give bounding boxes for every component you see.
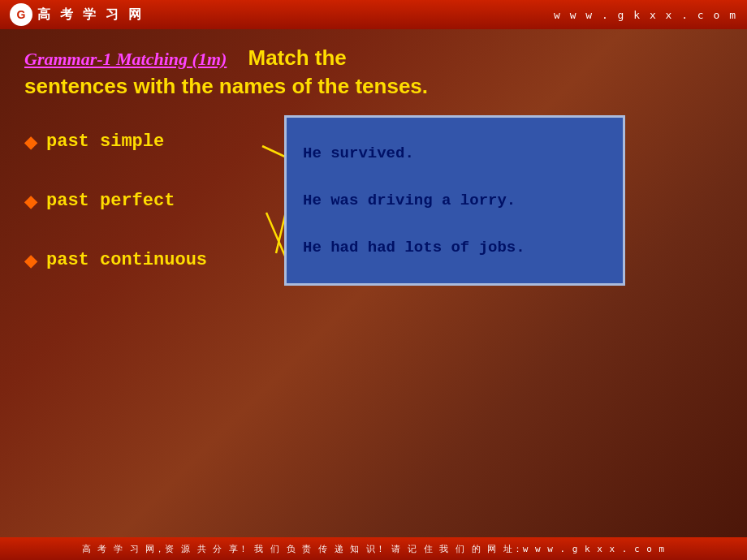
tense-item-2: ◆ past perfect [24, 191, 207, 211]
header-bar: G 高 考 学 习 网 w w w . g k x x . c o m [0, 0, 747, 29]
sentence-2: He was driving a lorry. [303, 190, 607, 212]
logo-area: G 高 考 学 习 网 [10, 3, 145, 26]
svg-line-0 [262, 146, 287, 157]
tense-item-1: ◆ past simple [24, 131, 207, 152]
bullet-1: ◆ [24, 132, 37, 152]
footer-bar: 高 考 学 习 网，资 源 共 分 享！ 我 们 负 责 传 递 知 识！ 请 … [0, 537, 747, 560]
bullet-3: ◆ [24, 251, 37, 270]
title-section: Grammar-1 Matching (1m) Match the senten… [24, 45, 723, 99]
footer-text: 高 考 学 习 网，资 源 共 分 享！ 我 们 负 责 传 递 知 识！ 请 … [82, 543, 665, 555]
header-url: w w w . g k x x . c o m [554, 9, 737, 21]
tense-label-3: past continuous [46, 250, 207, 270]
exercise-area: ◆ past simple ◆ past perfect ◆ past cont… [24, 123, 723, 270]
tense-label-2: past perfect [46, 191, 175, 211]
site-name: 高 考 学 习 网 [37, 6, 145, 24]
main-content: Grammar-1 Matching (1m) Match the senten… [0, 29, 747, 537]
sentence-1: He survived. [303, 143, 607, 165]
tense-label-1: past simple [46, 131, 164, 152]
tense-list: ◆ past simple ◆ past perfect ◆ past cont… [24, 131, 207, 270]
grammar-link[interactable]: Grammar-1 Matching (1m) [24, 49, 227, 69]
logo-icon: G [10, 3, 32, 26]
tense-item-3: ◆ past continuous [24, 250, 207, 270]
title-line1: Grammar-1 Matching (1m) Match the [24, 45, 723, 71]
match-instruction-part1: Match the [231, 45, 347, 70]
sentence-3: He had had lots of jobs. [303, 237, 607, 259]
sentence-box: He survived. He was driving a lorry. He … [284, 115, 625, 286]
bullet-2: ◆ [24, 192, 37, 211]
title-line2: sentences with the names of the tenses. [24, 74, 723, 99]
